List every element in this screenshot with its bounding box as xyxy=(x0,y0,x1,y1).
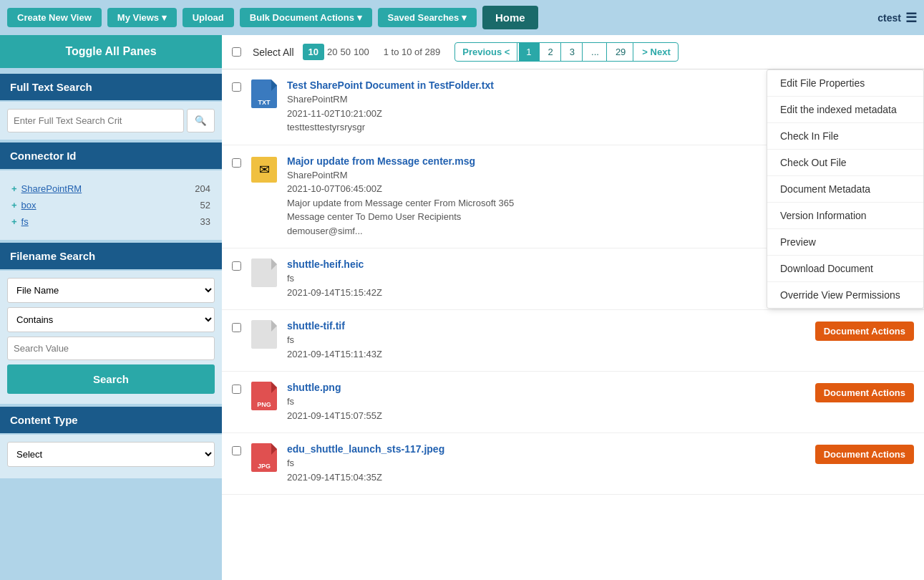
generic-icon xyxy=(251,320,277,349)
per-page-button-10[interactable]: 10 xyxy=(303,44,324,60)
select-all-checkbox[interactable] xyxy=(232,47,241,57)
doc-title[interactable]: shuttle-heif.heic xyxy=(287,258,364,270)
doc-icon: JPG xyxy=(250,443,278,472)
connector-count: 52 xyxy=(200,200,210,211)
dropdown-menu-item[interactable]: Edit the indexed metadata xyxy=(767,97,923,123)
dropdown-menu-item[interactable]: Download Document xyxy=(767,256,923,282)
pagination-page-3[interactable]: 3 xyxy=(563,43,583,61)
pagination-page-1[interactable]: 1 xyxy=(519,43,539,61)
doc-title[interactable]: Test SharePoint Document in TestFolder.t… xyxy=(287,79,494,91)
filename-search-content: File NameTitleDescription ContainsStarts… xyxy=(0,271,222,404)
doc-title[interactable]: Major update from Message center.msg xyxy=(287,155,475,167)
content-type-select[interactable]: Select xyxy=(7,442,215,467)
connector-name[interactable]: box xyxy=(21,200,200,211)
connector-id-content: + SharePointRM 204+ box 52+ fs 33 xyxy=(0,170,222,240)
content-area: Select All 102050100 1 to 10 of 289 Prev… xyxy=(222,35,924,580)
doc-meta: fs 2021-09-14T15:11:43Z xyxy=(287,333,807,361)
connector-count: 33 xyxy=(200,216,210,227)
doc-checkbox[interactable] xyxy=(232,446,241,455)
table-row: PNGshuttle.pngfs 2021-09-14T15:07:55ZDoc… xyxy=(222,372,924,433)
page-info: 1 to 10 of 289 xyxy=(384,47,441,57)
connector-list-item[interactable]: + SharePointRM 204 xyxy=(7,180,215,197)
pagination-page-29[interactable]: 29 xyxy=(608,43,633,61)
document-actions-dropdown: Edit File PropertiesEdit the indexed met… xyxy=(767,69,924,309)
connector-expand-icon: + xyxy=(11,216,17,227)
saved-searches-button[interactable]: Saved Searches xyxy=(378,8,477,27)
doc-checkbox[interactable] xyxy=(232,323,241,332)
doc-icon xyxy=(250,320,278,349)
jpg-icon: JPG xyxy=(251,443,277,472)
document-actions-button[interactable]: Document Actions xyxy=(815,445,914,464)
full-text-search-section: Full Text Search xyxy=(0,74,222,100)
dropdown-menu-item[interactable]: Document Metadata xyxy=(767,176,923,203)
dropdown-menu-item[interactable]: Check In File xyxy=(767,123,923,150)
doc-meta: fs 2021-09-14T15:04:35Z xyxy=(287,456,807,484)
create-new-view-button[interactable]: Create New View xyxy=(7,8,102,27)
pagination[interactable]: Previous <123...29> Next xyxy=(454,42,679,62)
doc-icon xyxy=(250,258,278,287)
bulk-document-actions-button[interactable]: Bulk Document Actions xyxy=(240,8,372,27)
document-actions-button[interactable]: Document Actions xyxy=(815,383,914,402)
doc-info: edu_shuttle_launch_sts-117.jpegfs 2021-0… xyxy=(287,443,807,484)
msg-icon: ✉ xyxy=(251,157,277,183)
username-label: ctest xyxy=(877,12,901,24)
pagination-page-2[interactable]: 2 xyxy=(541,43,561,61)
dropdown-menu-item[interactable]: Check Out File xyxy=(767,150,923,176)
dropdown-menu-item[interactable]: Edit File Properties xyxy=(767,70,923,97)
pagination-next[interactable]: > Next xyxy=(635,43,677,61)
hamburger-icon[interactable]: ☰ xyxy=(905,10,917,26)
doc-title[interactable]: edu_shuttle_launch_sts-117.jpeg xyxy=(287,443,444,455)
document-list: TXTTest SharePoint Document in TestFolde… xyxy=(222,69,924,495)
connector-list-item[interactable]: + box 52 xyxy=(7,197,215,213)
doc-info: shuttle.pngfs 2021-09-14T15:07:55Z xyxy=(287,382,807,422)
doc-checkbox[interactable] xyxy=(232,385,241,394)
doc-meta: fs 2021-09-14T15:07:55Z xyxy=(287,395,807,422)
png-icon: PNG xyxy=(251,382,277,410)
filename-condition-select[interactable]: ContainsStarts WithEnds WithEquals xyxy=(7,307,215,332)
top-nav: Create New View My Views Upload Bulk Doc… xyxy=(0,0,924,35)
content-toolbar: Select All 102050100 1 to 10 of 289 Prev… xyxy=(222,35,924,69)
connector-name[interactable]: fs xyxy=(21,216,200,227)
connector-count: 204 xyxy=(195,183,210,194)
toggle-panes-button[interactable]: Toggle All Panes xyxy=(0,35,222,68)
full-text-search-content: 🔍 xyxy=(0,102,222,140)
sidebar: Toggle All Panes Full Text Search 🔍 Conn… xyxy=(0,35,222,580)
dropdown-menu-item[interactable]: Override View Permissions xyxy=(767,282,923,308)
connector-list: + SharePointRM 204+ box 52+ fs 33 xyxy=(7,178,215,233)
per-page-option-20[interactable]: 20 xyxy=(327,47,337,57)
select-all-label: Select All xyxy=(253,47,294,58)
search-button[interactable]: Search xyxy=(7,364,215,394)
doc-title[interactable]: shuttle.png xyxy=(287,382,341,393)
document-actions-button[interactable]: Document Actions xyxy=(815,322,914,341)
dropdown-menu-item[interactable]: Version Information xyxy=(767,203,923,229)
full-text-search-icon-button[interactable]: 🔍 xyxy=(187,109,215,132)
my-views-button[interactable]: My Views xyxy=(107,8,177,27)
generic-icon xyxy=(251,258,277,287)
filename-field-select[interactable]: File NameTitleDescription xyxy=(7,278,215,303)
table-row: JPGedu_shuttle_launch_sts-117.jpegfs 202… xyxy=(222,433,924,495)
user-area: ctest ☰ xyxy=(877,10,917,26)
pagination-previous[interactable]: Previous < xyxy=(455,43,517,61)
main-layout: Toggle All Panes Full Text Search 🔍 Conn… xyxy=(0,35,924,580)
doc-checkbox[interactable] xyxy=(232,158,241,168)
upload-button[interactable]: Upload xyxy=(183,8,234,27)
doc-checkbox[interactable] xyxy=(232,82,241,92)
pagination-page-...[interactable]: ... xyxy=(584,43,607,61)
per-page-option-50[interactable]: 50 xyxy=(341,47,351,57)
doc-icon: TXT xyxy=(250,79,278,108)
doc-icon: PNG xyxy=(250,382,278,410)
home-button[interactable]: Home xyxy=(482,6,538,29)
dropdown-menu-item[interactable]: Preview xyxy=(767,229,923,256)
connector-name[interactable]: SharePointRM xyxy=(21,183,195,194)
doc-title[interactable]: shuttle-tif.tif xyxy=(287,320,345,332)
full-text-search-input[interactable] xyxy=(7,109,184,132)
doc-icon: ✉ xyxy=(250,155,278,184)
doc-checkbox[interactable] xyxy=(232,261,241,271)
content-type-section: Content Type xyxy=(0,407,222,433)
search-value-input[interactable] xyxy=(7,337,215,360)
per-page-option-100[interactable]: 100 xyxy=(354,47,369,57)
doc-info: shuttle-tif.tiffs 2021-09-14T15:11:43Z xyxy=(287,320,807,361)
connector-list-item[interactable]: + fs 33 xyxy=(7,213,215,230)
txt-icon: TXT xyxy=(251,79,277,108)
doc-info: Test SharePoint Document in TestFolder.t… xyxy=(287,79,807,135)
